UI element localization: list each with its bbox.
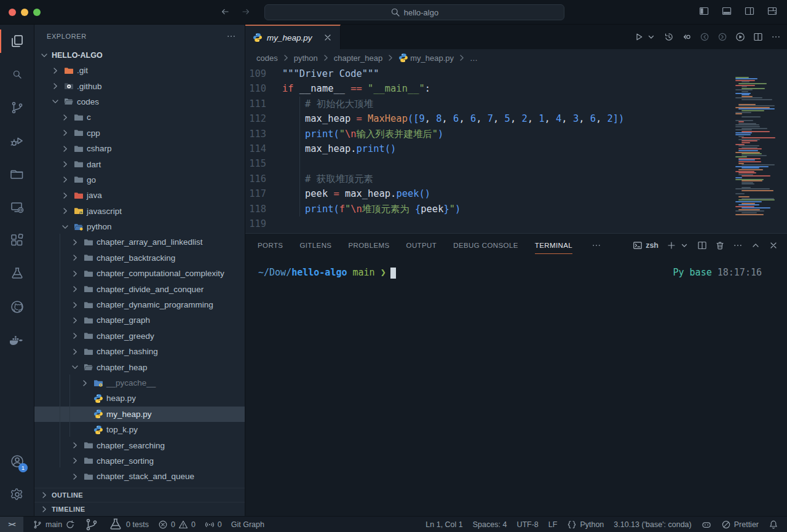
status-git-graph[interactable]: Git Graph [231, 520, 264, 529]
terminal-more-icon[interactable] [733, 240, 743, 250]
timeline-section[interactable]: TIMELINE [34, 502, 245, 516]
tree-item-chapter-dynamic-programming[interactable]: chapter_dynamic_programming [34, 297, 245, 312]
activity-settings[interactable] [0, 478, 34, 511]
status-tests[interactable]: 0 tests [108, 517, 149, 532]
minimap[interactable] [735, 75, 781, 219]
panel-tab-ports[interactable]: PORTS [258, 234, 283, 257]
tree-item-github[interactable]: .github [34, 78, 245, 93]
explorer-more-actions-icon[interactable] [226, 31, 236, 41]
close-panel-icon[interactable] [769, 240, 778, 250]
zoom-window-button[interactable] [33, 9, 41, 16]
layout-panel-icon[interactable] [722, 6, 732, 16]
breadcrumb-item-my-heap-py[interactable]: my_heap.py [410, 54, 454, 63]
tree-item-python[interactable]: python [34, 219, 245, 234]
tree-root-hello-algo[interactable]: HELLO-ALGO [34, 47, 245, 63]
tree-item-chapter-stack-and-queue[interactable]: chapter_stack_and_queue [34, 469, 245, 484]
activity-folder-explorer[interactable] [0, 157, 34, 191]
status-feedback[interactable]: 0 [205, 520, 222, 530]
tree-item-cpp[interactable]: cpp [34, 125, 245, 141]
activity-accounts[interactable]: 1 [0, 445, 34, 478]
status-python-interpreter[interactable]: 3.10.13 ('base': conda) [614, 520, 691, 529]
go-forward-icon[interactable] [241, 7, 251, 17]
activity-search[interactable] [0, 58, 34, 91]
code-editor[interactable]: 109"""Driver Code"""110if __name__ == "_… [245, 66, 787, 233]
run-or-debug-icon[interactable] [735, 32, 745, 42]
maximize-panel-icon[interactable] [751, 240, 761, 250]
activity-docker[interactable] [0, 324, 34, 357]
tree-item-chapter-backtracking[interactable]: chapter_backtracking [34, 250, 245, 266]
outline-section[interactable]: OUTLINE [34, 488, 245, 502]
status-language-mode[interactable]: Python [567, 520, 604, 530]
launch-profile-icon[interactable] [679, 240, 689, 250]
tree-item-pycache[interactable]: __pycache__ [34, 375, 245, 391]
status-copilot[interactable] [702, 520, 711, 530]
tree-item-dart[interactable]: dart [34, 156, 245, 172]
tree-item-chapter-divide-and-conquer[interactable]: chapter_divide_and_conquer [34, 281, 245, 296]
activity-source-control[interactable] [0, 91, 34, 124]
tree-item-chapter-array-and-linkedlist[interactable]: chapter_array_and_linkedlist [34, 234, 245, 250]
panel-tab-terminal[interactable]: TERMINAL [535, 234, 572, 257]
status-git-graph-icon-item[interactable] [84, 517, 99, 532]
terminal-instance-zsh[interactable]: zsh [633, 240, 658, 250]
kill-terminal-icon[interactable] [715, 240, 725, 250]
layout-customize-icon[interactable] [767, 6, 777, 16]
go-back-icon[interactable] [220, 7, 230, 17]
breadcrumb-item-[interactable]: … [470, 54, 478, 63]
close-tab-icon[interactable] [323, 33, 333, 42]
activity-github[interactable] [0, 290, 34, 324]
layout-sidebar-left-icon[interactable] [699, 6, 709, 16]
tree-item-java[interactable]: java [34, 188, 245, 203]
status-eol[interactable]: LF [548, 520, 558, 529]
run-dropdown-icon[interactable] [646, 32, 656, 42]
status-indentation[interactable]: Spaces: 4 [473, 520, 507, 529]
status-encoding[interactable]: UTF-8 [516, 520, 538, 529]
status-prettier[interactable]: Prettier [721, 520, 759, 530]
panel-tab-debug-console[interactable]: DEBUG CONSOLE [453, 234, 518, 257]
tree-item-top-k-py[interactable]: top_k.py [34, 422, 245, 437]
tree-item-chapter-greedy[interactable]: chapter_greedy [34, 328, 245, 344]
tree-item-chapter-computational-complexity[interactable]: chapter_computational_complexity [34, 266, 245, 281]
tree-item-chapter-heap[interactable]: chapter_heap [34, 359, 245, 375]
panel-tab-gitlens[interactable]: GITLENS [299, 234, 331, 257]
breadcrumb-item-python[interactable]: python [294, 54, 318, 63]
previous-change-icon[interactable] [700, 32, 710, 42]
split-editor-icon[interactable] [753, 32, 763, 42]
minimize-window-button[interactable] [21, 9, 28, 16]
activity-remote-explorer[interactable] [0, 191, 34, 224]
tree-item-codes[interactable]: codes [34, 94, 245, 109]
breadcrumb-item-codes[interactable]: codes [256, 54, 278, 63]
panel-tab-problems[interactable]: PROBLEMS [348, 234, 389, 257]
open-changes-icon[interactable] [682, 32, 692, 42]
tab-my-heap-py[interactable]: my_heap.py [245, 25, 341, 49]
tree-item-chapter-sorting[interactable]: chapter_sorting [34, 453, 245, 469]
tree-item-my-heap-py[interactable]: my_heap.py [34, 407, 245, 422]
status-problems[interactable]: 00 [158, 520, 196, 530]
file-history-icon[interactable] [664, 32, 674, 42]
tree-item-c[interactable]: c [34, 109, 245, 125]
panel-tab-output[interactable]: OUTPUT [406, 234, 437, 257]
tree-item-chapter-graph[interactable]: chapter_graph [34, 312, 245, 328]
tree-item-csharp[interactable]: csharp [34, 141, 245, 156]
breadcrumb-item-chapter-heap[interactable]: chapter_heap [334, 54, 383, 63]
new-terminal-icon[interactable] [666, 240, 676, 250]
more-actions-icon[interactable] [771, 32, 781, 42]
activity-extensions[interactable] [0, 224, 34, 257]
split-terminal-icon[interactable] [697, 240, 707, 250]
status-remote[interactable]: >< [0, 517, 23, 532]
status-cursor-position[interactable]: Ln 1, Col 1 [425, 520, 462, 529]
layout-sidebar-right-icon[interactable] [745, 6, 754, 16]
run-python-file-icon[interactable] [634, 32, 644, 42]
next-change-icon[interactable] [718, 32, 727, 42]
tree-item-chapter-hashing[interactable]: chapter_hashing [34, 344, 245, 359]
activity-explorer[interactable] [0, 25, 34, 58]
tree-item-javascript[interactable]: JSjavascript [34, 204, 245, 219]
tree-item-git[interactable]: .git [34, 63, 245, 78]
close-window-button[interactable] [9, 9, 16, 16]
tree-item-go[interactable]: go [34, 172, 245, 188]
activity-testing[interactable] [0, 257, 34, 290]
tree-item-heap-py[interactable]: heap.py [34, 391, 245, 406]
ellipsis-icon[interactable] [591, 240, 601, 250]
activity-run-debug[interactable] [0, 124, 34, 157]
tree-item-chapter-searching[interactable]: chapter_searching [34, 437, 245, 453]
status-notifications[interactable] [769, 520, 778, 530]
